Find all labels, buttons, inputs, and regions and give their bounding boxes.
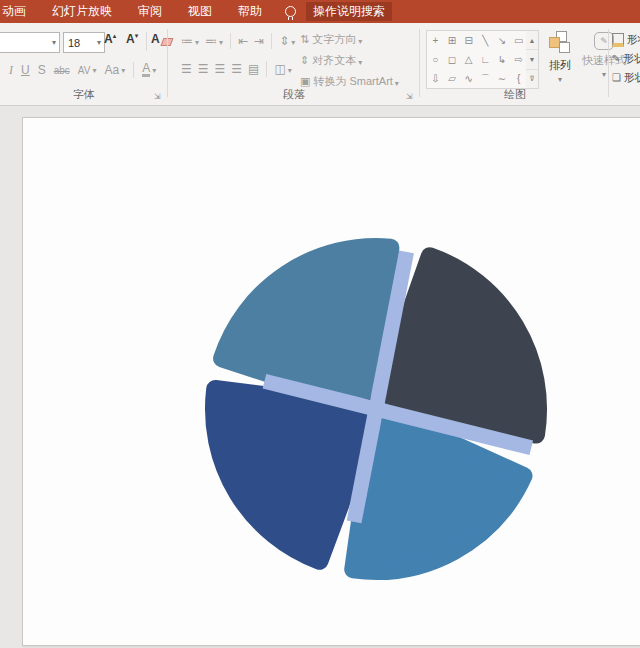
italic-button[interactable]: I xyxy=(9,63,13,78)
shrink-font-button[interactable]: A▾ xyxy=(126,32,138,51)
align-text-button[interactable]: ⇕ 对齐文本 xyxy=(300,50,418,71)
character-spacing-button[interactable]: AV xyxy=(78,65,97,76)
strikethrough-button[interactable]: abc xyxy=(54,65,70,76)
shape-elbow-arrow-connector[interactable]: ↳ xyxy=(494,50,511,69)
shape-gallery-scrollbar: ▲ ▼ ⊽ xyxy=(526,30,539,89)
font-color-button[interactable]: A xyxy=(142,63,156,77)
font-color-icon: A xyxy=(142,63,150,77)
align-center-button[interactable]: ☰ xyxy=(198,62,209,76)
shape-parallelogram[interactable]: ▱ xyxy=(444,69,461,88)
slide-canvas-area[interactable] xyxy=(0,106,640,648)
text-direction-label: 文字方向 xyxy=(312,32,356,47)
paragraph-dialog-launcher-icon[interactable] xyxy=(406,92,415,101)
shape-scribble[interactable]: ∿ xyxy=(460,69,477,88)
shape-outline-label: 形状轮廓 xyxy=(623,51,640,66)
justify-button[interactable]: ☰ xyxy=(231,62,242,76)
shape-oval[interactable]: ○ xyxy=(427,50,444,69)
shape-curve[interactable]: ∼ xyxy=(494,69,511,88)
slide[interactable] xyxy=(22,117,640,646)
font-toggle-row: I U S abc AV Aa A xyxy=(5,60,160,80)
change-case-icon: Aa xyxy=(104,63,119,77)
shape-down-arrow[interactable]: ⇩ xyxy=(427,69,444,88)
shape-effects-icon: ❏ xyxy=(612,72,621,83)
divider xyxy=(271,33,272,49)
shape-left-brace[interactable]: { xyxy=(510,69,527,88)
underline-button[interactable]: U xyxy=(21,63,30,77)
more-shapes-button[interactable]: ⊽ xyxy=(526,70,538,88)
chevron-down-icon xyxy=(356,55,362,67)
sphere-diagram-svg[interactable] xyxy=(196,229,556,589)
text-shadow-button[interactable]: S xyxy=(38,63,46,77)
quick-styles-icon: ✎ xyxy=(594,32,614,50)
shape-effects-button[interactable]: ❏ 形状效果 xyxy=(612,68,640,87)
paragraph-row-2: ☰ ☰ ☰ ☰ ▤ ◫ xyxy=(178,59,295,79)
line-spacing-button[interactable]: ⇕ xyxy=(279,34,295,48)
menu-tab-animation[interactable]: 动画 xyxy=(0,0,39,23)
text-direction-icon: ⇅ xyxy=(300,33,309,46)
numbering-button[interactable]: ≕ xyxy=(205,34,223,48)
align-left-button[interactable]: ☰ xyxy=(181,62,192,76)
menu-tab-review[interactable]: 审阅 xyxy=(125,0,175,23)
change-case-button[interactable]: Aa xyxy=(104,63,125,77)
shape-triangle[interactable]: △ xyxy=(460,50,477,69)
shape-right-arrow[interactable]: ⇨ xyxy=(510,50,527,69)
paragraph-right-column: ⇅ 文字方向 ⇕ 对齐文本 ▣ 转换为 SmartArt xyxy=(300,29,418,92)
shape-line-arrow[interactable]: ↘ xyxy=(494,31,511,50)
shape-text-box[interactable]: ⊞ xyxy=(444,31,461,50)
ribbon: ▾ 18 ▾ A▴ A▾ A I U S abc AV Aa xyxy=(0,23,640,106)
shape-fill-label: 形状填充 xyxy=(627,32,640,47)
menu-tab-view[interactable]: 视图 xyxy=(175,0,225,23)
shape-rounded-rectangle[interactable]: ◻ xyxy=(444,50,461,69)
shape-gallery: + ⊞ ⊟ ╲ ↘ ▭ ○ ◻ △ ∟ ↳ ⇨ ⇩ ▱ ∿ ⌒ ∼ { xyxy=(426,30,528,89)
paragraph-group: ≔ ≕ ⇤ ⇥ ⇕ ☰ ☰ ☰ ☰ ▤ ◫ ⇅ 文字方向 xyxy=(168,23,420,105)
sphere-diagram[interactable] xyxy=(196,229,556,589)
text-direction-button[interactable]: ⇅ 文字方向 xyxy=(300,29,418,50)
shape-arc[interactable]: ⌒ xyxy=(477,69,494,88)
grow-font-icon: A xyxy=(104,32,113,46)
shape-rectangle[interactable]: ▭ xyxy=(510,31,527,50)
shape-effects-label: 形状效果 xyxy=(624,70,640,85)
shape-elbow-connector[interactable]: ∟ xyxy=(477,50,494,69)
clear-formatting-icon: A xyxy=(151,32,160,46)
columns-button[interactable]: ◫ xyxy=(274,62,291,76)
shape-fill-icon xyxy=(612,33,624,47)
arrange-button[interactable]: 排列 ▾ xyxy=(544,29,576,84)
chevron-down-icon: ▾ xyxy=(602,70,606,79)
menu-tab-help[interactable]: 帮助 xyxy=(225,0,275,23)
chevron-down-icon: ▾ xyxy=(558,75,562,84)
distribute-button[interactable]: ▤ xyxy=(248,62,259,76)
drawing-group-label: 绘图 xyxy=(420,87,610,102)
tell-me-search[interactable]: 操作说明搜索 xyxy=(306,2,392,21)
align-right-button[interactable]: ☰ xyxy=(215,62,226,76)
align-text-label: 对齐文本 xyxy=(312,53,356,68)
chevron-down-icon xyxy=(393,76,399,88)
shape-outline-icon: ✎ xyxy=(612,53,620,64)
shape-outline-button[interactable]: ✎ 形状轮廓 xyxy=(612,49,640,68)
character-spacing-icon: AV xyxy=(78,65,91,76)
shape-line[interactable]: ╲ xyxy=(477,31,494,50)
font-dialog-launcher-icon[interactable] xyxy=(154,92,163,101)
decrease-indent-button[interactable]: ⇤ xyxy=(238,34,248,48)
shape-vertical-text-box[interactable]: ⊟ xyxy=(460,31,477,50)
bullets-button[interactable]: ≔ xyxy=(181,34,199,48)
scroll-up-button[interactable]: ▲ xyxy=(526,31,538,50)
arrange-label: 排列 xyxy=(549,58,571,73)
menu-bar: 动画 幻灯片放映 审阅 视图 帮助 操作说明搜索 xyxy=(0,0,640,23)
lightbulb-icon xyxy=(285,6,296,17)
chevron-down-icon xyxy=(356,34,362,46)
menu-tab-slideshow[interactable]: 幻灯片放映 xyxy=(39,0,125,23)
shape-fill-button[interactable]: 形状填充 xyxy=(612,30,640,49)
shape-plus-shape[interactable]: + xyxy=(427,31,444,50)
font-name-combo[interactable]: ▾ xyxy=(0,32,60,53)
divider xyxy=(146,32,147,51)
increase-indent-button[interactable]: ⇥ xyxy=(254,34,264,48)
scroll-down-button[interactable]: ▼ xyxy=(526,50,538,69)
grow-font-button[interactable]: A▴ xyxy=(104,32,116,51)
divider xyxy=(230,33,231,49)
font-group: ▾ 18 ▾ A▴ A▾ A I U S abc AV Aa xyxy=(0,23,168,105)
font-size-combo[interactable]: 18 ▾ xyxy=(63,32,105,53)
font-size-value: 18 xyxy=(68,37,80,49)
align-text-icon: ⇕ xyxy=(300,54,309,67)
arrange-icon xyxy=(549,31,571,55)
chevron-down-icon: ▾ xyxy=(97,38,101,47)
